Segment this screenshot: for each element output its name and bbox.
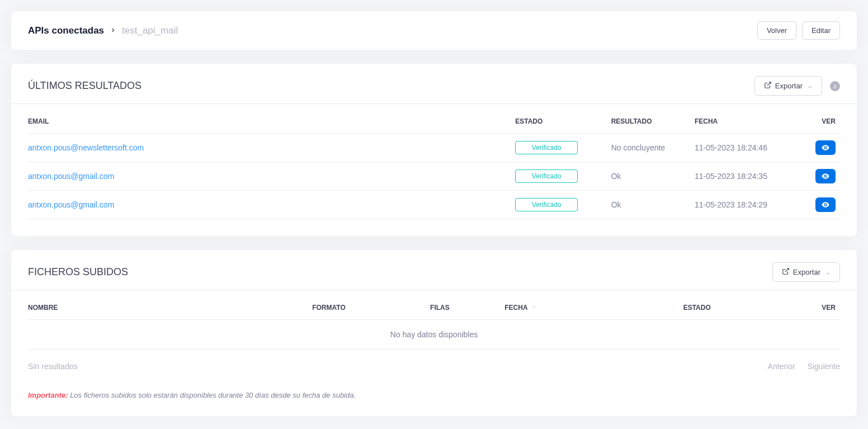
view-button[interactable] <box>815 169 836 183</box>
svg-point-3 <box>825 204 827 206</box>
back-button[interactable]: Volver <box>757 21 796 40</box>
chevron-right-icon <box>110 25 116 36</box>
svg-point-2 <box>825 176 827 177</box>
card-header: APIs conectadas test_api_mail Volver Edi… <box>11 11 857 50</box>
status-badge: Verificado <box>515 141 578 154</box>
email-link[interactable]: antxon.pous@gmail.com <box>28 200 114 209</box>
files-actions: Exportar <box>772 262 840 282</box>
col-email: EMAIL <box>28 110 515 134</box>
important-note: Importante: Los ficheros subidos solo es… <box>28 391 840 399</box>
date-value: 11-05-2023 18:24:29 <box>695 191 805 219</box>
email-link[interactable]: antxon.pous@newslettersoft.com <box>28 143 144 152</box>
files-header: FICHEROS SUBIDOS Exportar <box>11 250 857 290</box>
results-card: ÚLTIMOS RESULTADOS Exportar i EMAIL ESTA… <box>11 64 857 236</box>
breadcrumb-root[interactable]: APIs conectadas <box>28 25 104 36</box>
col-view[interactable]: VER <box>783 296 840 320</box>
info-icon[interactable]: i <box>830 81 840 91</box>
result-value: Ok <box>611 191 695 219</box>
breadcrumb-current: test_api_mail <box>122 25 178 36</box>
col-date-label: FECHA <box>504 304 527 312</box>
chevron-down-icon <box>825 270 831 275</box>
files-body: NOMBRE FORMATO FILAS FECHA ESTADO VER No… <box>11 290 857 416</box>
export-label: Exportar <box>775 82 803 90</box>
empty-message: No hay datos disponibles <box>28 320 840 350</box>
export-label: Exportar <box>793 268 820 276</box>
export-files-button[interactable]: Exportar <box>772 262 840 282</box>
view-button[interactable] <box>815 140 836 155</box>
sort-down-icon <box>531 304 537 312</box>
email-link[interactable]: antxon.pous@gmail.com <box>28 172 114 181</box>
prev-page[interactable]: Anterior <box>768 362 795 371</box>
result-value: Ok <box>611 162 695 191</box>
status-badge: Verificado <box>515 169 578 183</box>
date-value: 11-05-2023 18:24:46 <box>695 134 805 162</box>
header-buttons: Volver Editar <box>757 21 840 40</box>
view-button[interactable] <box>815 197 836 212</box>
results-body: EMAIL ESTADO RESULTADO FECHA VER antxon.… <box>11 104 857 236</box>
date-value: 11-05-2023 18:24:35 <box>695 162 805 191</box>
important-text: Los ficheros subidos solo estarán dispon… <box>70 391 356 399</box>
header-card: APIs conectadas test_api_mail Volver Edi… <box>11 11 857 50</box>
col-result: RESULTADO <box>611 110 695 134</box>
result-value: No concluyente <box>611 134 695 162</box>
table-header-row: NOMBRE FORMATO FILAS FECHA ESTADO VER <box>28 296 840 320</box>
export-icon <box>782 267 790 277</box>
svg-point-1 <box>825 147 827 149</box>
pagination: Anterior Siguiente <box>768 362 840 371</box>
col-date: FECHA <box>695 110 805 134</box>
table-row: antxon.pous@gmail.comVerificadoOk11-05-2… <box>28 162 840 191</box>
table-row: antxon.pous@gmail.comVerificadoOk11-05-2… <box>28 191 840 219</box>
edit-button[interactable]: Editar <box>802 21 840 40</box>
breadcrumb: APIs conectadas test_api_mail <box>28 25 178 36</box>
table-row: antxon.pous@newslettersoft.comVerificado… <box>28 134 840 162</box>
files-card: FICHEROS SUBIDOS Exportar NOMBRE FORMATO… <box>11 250 857 416</box>
results-header: ÚLTIMOS RESULTADOS Exportar i <box>11 64 857 104</box>
svg-line-0 <box>767 82 771 86</box>
col-rows[interactable]: FILAS <box>430 296 504 320</box>
files-table: NOMBRE FORMATO FILAS FECHA ESTADO VER No… <box>28 296 840 350</box>
next-page[interactable]: Siguiente <box>808 362 840 371</box>
export-icon <box>764 81 772 91</box>
col-date[interactable]: FECHA <box>504 296 683 320</box>
results-actions: Exportar i <box>754 76 840 96</box>
no-results-label: Sin resultados <box>28 362 78 371</box>
col-view: VER <box>805 110 840 134</box>
important-label: Importante: <box>28 391 68 399</box>
col-name[interactable]: NOMBRE <box>28 296 312 320</box>
results-title: ÚLTIMOS RESULTADOS <box>28 80 141 92</box>
files-table-footer: Sin resultados Anterior Siguiente <box>28 362 840 371</box>
col-status[interactable]: ESTADO <box>683 296 783 320</box>
col-format[interactable]: FORMATO <box>312 296 430 320</box>
files-title: FICHEROS SUBIDOS <box>28 266 128 278</box>
status-badge: Verificado <box>515 198 578 211</box>
export-results-button[interactable]: Exportar <box>754 76 822 96</box>
col-status: ESTADO <box>515 110 611 134</box>
results-table: EMAIL ESTADO RESULTADO FECHA VER antxon.… <box>28 110 840 219</box>
svg-line-4 <box>785 268 789 272</box>
empty-row: No hay datos disponibles <box>28 320 840 350</box>
chevron-down-icon <box>807 83 813 89</box>
table-header-row: EMAIL ESTADO RESULTADO FECHA VER <box>28 110 840 134</box>
